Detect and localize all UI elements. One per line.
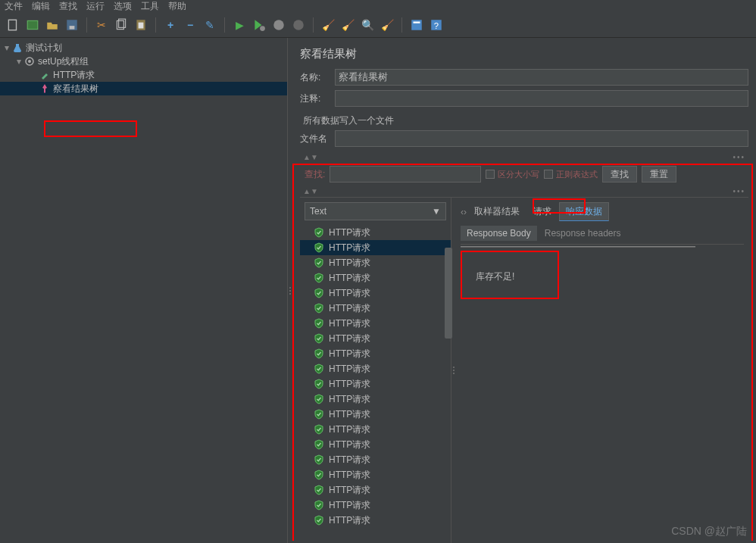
render-dropdown[interactable]: Text ▼ xyxy=(305,202,446,220)
separator xyxy=(155,17,156,33)
response-pane: ‹› 取样器结果 请求 响应数据 Response Body Response … xyxy=(456,198,748,543)
case-checkbox[interactable]: 区分大小写 xyxy=(486,169,539,180)
sample-label: HTTP请求 xyxy=(329,226,370,239)
samples-list[interactable]: HTTP请求HTTP请求HTTP请求HTTP请求HTTP请求HTTP请求HTTP… xyxy=(300,225,451,528)
help-icon[interactable]: ? xyxy=(428,17,445,33)
sample-label: HTTP请求 xyxy=(329,272,370,285)
sample-row[interactable]: HTTP请求 xyxy=(300,482,451,498)
sample-row[interactable]: HTTP请求 xyxy=(300,513,451,528)
success-shield-icon xyxy=(314,409,324,420)
success-shield-icon xyxy=(314,364,324,374)
menu-run[interactable]: 运行 xyxy=(86,0,105,12)
clear-icon[interactable]: 🧹 xyxy=(320,17,336,33)
sample-row[interactable]: HTTP请求 xyxy=(300,286,451,301)
subtab-body[interactable]: Response Body xyxy=(461,226,537,241)
start-no-pause-icon[interactable] xyxy=(251,17,267,33)
chevron-icon[interactable]: ‹› xyxy=(461,207,467,217)
sample-row[interactable]: HTTP请求 xyxy=(300,392,451,407)
filename-input[interactable] xyxy=(335,130,748,147)
success-shield-icon xyxy=(314,485,324,495)
sample-row[interactable]: HTTP请求 xyxy=(300,407,451,422)
comment-input[interactable] xyxy=(335,90,748,107)
find-button[interactable]: 查找 xyxy=(602,166,637,183)
sample-label: HTTP请求 xyxy=(329,242,370,254)
paste-icon[interactable] xyxy=(133,17,149,33)
tab-sampler-result[interactable]: 取样器结果 xyxy=(468,203,526,220)
reset-search-icon[interactable]: 🧹 xyxy=(379,17,395,33)
tree-http-request[interactable]: HTTP请求 xyxy=(0,68,287,82)
sample-row[interactable]: HTTP请求 xyxy=(300,452,451,467)
sample-row[interactable]: HTTP请求 xyxy=(300,225,451,240)
pipette-icon xyxy=(39,70,50,80)
sample-label: HTTP请求 xyxy=(329,438,370,451)
svg-rect-12 xyxy=(414,21,420,23)
twisty-icon[interactable]: ▾ xyxy=(17,56,24,67)
sample-row[interactable]: HTTP请求 xyxy=(300,255,451,270)
menu-tools[interactable]: 工具 xyxy=(141,0,159,12)
sample-row[interactable]: HTTP请求 xyxy=(300,361,451,376)
start-icon[interactable]: ▶ xyxy=(231,17,248,33)
tree-results-listener[interactable]: 察看结果树 xyxy=(0,82,287,95)
scrollbar-thumb[interactable] xyxy=(445,248,452,339)
tree-root[interactable]: ▾ 测试计划 xyxy=(0,41,287,55)
sample-row[interactable]: HTTP请求 xyxy=(300,498,451,513)
shutdown-icon[interactable] xyxy=(290,17,307,33)
sample-label: HTTP请求 xyxy=(329,393,370,406)
success-shield-icon xyxy=(314,454,324,465)
menu-edit[interactable]: 编辑 xyxy=(32,0,50,12)
svg-point-16 xyxy=(28,60,31,63)
function-icon[interactable] xyxy=(408,17,425,33)
twisty-icon[interactable]: ▾ xyxy=(5,42,12,53)
success-shield-icon xyxy=(314,515,324,526)
sample-row[interactable]: HTTP请求 xyxy=(300,301,451,316)
test-plan-tree[interactable]: ▾ 测试计划 ▾ setUp线程组 HTTP请求 察看结果树 xyxy=(0,38,288,543)
collapse-bar[interactable]: ▲▼••• xyxy=(300,151,748,163)
sample-row[interactable]: HTTP请求 xyxy=(300,270,451,286)
separator xyxy=(401,17,402,33)
separator xyxy=(313,17,314,33)
cut-icon[interactable]: ✂ xyxy=(93,17,110,33)
copy-icon[interactable] xyxy=(113,17,130,33)
svg-rect-3 xyxy=(70,26,75,30)
open-icon[interactable] xyxy=(44,17,61,33)
search-input[interactable] xyxy=(330,166,481,183)
sample-row[interactable]: HTTP请求 xyxy=(300,422,451,437)
new-icon[interactable] xyxy=(5,17,21,33)
minus-icon[interactable]: − xyxy=(182,17,198,33)
clear-all-icon[interactable]: 🧹 xyxy=(339,17,356,33)
success-shield-icon xyxy=(314,348,324,359)
success-shield-icon xyxy=(314,379,324,389)
file-section-label: 所有数据写入一个文件 xyxy=(300,114,748,127)
menu-file[interactable]: 文件 xyxy=(5,0,23,12)
subtab-headers[interactable]: Response headers xyxy=(539,226,627,241)
name-input[interactable] xyxy=(335,69,748,86)
regex-checkbox[interactable]: 正则表达式 xyxy=(544,169,598,180)
tab-response-data[interactable]: 响应数据 xyxy=(559,202,609,221)
response-body[interactable]: 库存不足! xyxy=(461,244,744,538)
tree-http-label: HTTP请求 xyxy=(53,69,95,82)
wand-icon[interactable]: ✎ xyxy=(201,17,218,33)
svg-point-9 xyxy=(273,20,284,30)
sample-row[interactable]: HTTP请求 xyxy=(300,467,451,482)
sample-row[interactable]: HTTP请求 xyxy=(300,331,451,346)
templates-icon[interactable] xyxy=(24,17,41,33)
success-shield-icon xyxy=(314,273,324,283)
stop-icon[interactable] xyxy=(270,17,287,33)
tree-thread-group[interactable]: ▾ setUp线程组 xyxy=(0,55,287,68)
menu-options[interactable]: 选项 xyxy=(114,0,132,12)
plus-icon[interactable]: + xyxy=(162,17,179,33)
sample-row[interactable]: HTTP请求 xyxy=(300,346,451,361)
save-icon[interactable] xyxy=(64,17,80,33)
tab-request[interactable]: 请求 xyxy=(527,203,558,220)
sample-row[interactable]: HTTP请求 xyxy=(300,240,451,255)
menu-help[interactable]: 帮助 xyxy=(168,0,186,12)
collapse-bar-2[interactable]: ▲▼••• xyxy=(300,186,748,197)
menu-search[interactable]: 查找 xyxy=(59,0,77,12)
tree-root-label: 测试计划 xyxy=(26,42,62,55)
toolbar: ✂ + − ✎ ▶ 🧹 🧹 🔍 🧹 ? xyxy=(0,12,756,38)
search-icon[interactable]: 🔍 xyxy=(359,17,376,33)
sample-row[interactable]: HTTP请求 xyxy=(300,316,451,331)
sample-row[interactable]: HTTP请求 xyxy=(300,437,451,452)
sample-row[interactable]: HTTP请求 xyxy=(300,376,451,392)
reset-button[interactable]: 重置 xyxy=(642,166,676,183)
